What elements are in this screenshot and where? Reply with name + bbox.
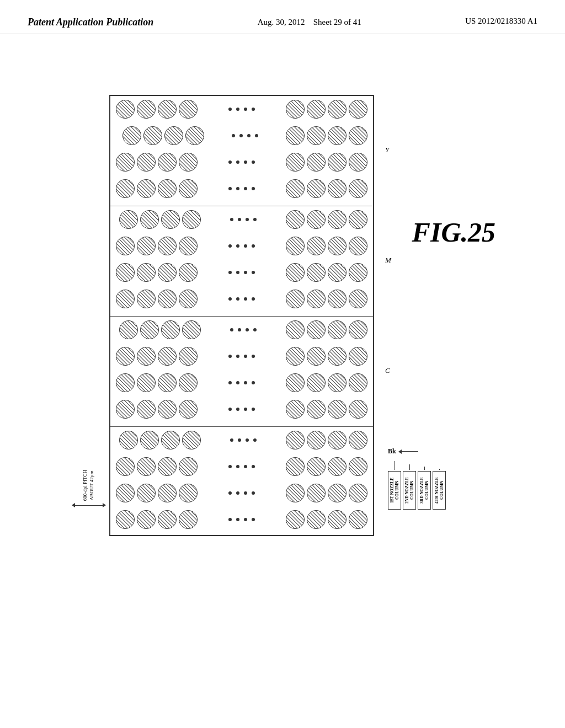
c-label-container: C bbox=[380, 315, 501, 426]
nozzle bbox=[137, 237, 156, 255]
publication-title: Patent Application Publication bbox=[28, 17, 153, 28]
nozzle-row-bk1 bbox=[110, 427, 373, 453]
nozzle-row-bk4 bbox=[110, 506, 373, 533]
nozzle bbox=[182, 431, 201, 449]
dot bbox=[253, 438, 257, 442]
sheet-info: Sheet 29 of 41 bbox=[313, 18, 361, 26]
nozzle-row-y4 bbox=[110, 175, 373, 202]
nozzle bbox=[307, 484, 326, 502]
nozzle bbox=[307, 373, 326, 392]
nozzle bbox=[116, 510, 135, 529]
dot bbox=[228, 244, 232, 248]
nozzle bbox=[158, 510, 177, 529]
nozzle bbox=[140, 320, 159, 339]
nozzle-diagram bbox=[109, 95, 374, 536]
nozzle-row-y3 bbox=[110, 149, 373, 175]
dot bbox=[246, 218, 249, 221]
dot bbox=[252, 491, 255, 495]
dot bbox=[236, 408, 239, 411]
nozzle bbox=[137, 179, 156, 198]
nozzle bbox=[158, 237, 177, 255]
nozzle bbox=[328, 347, 347, 366]
nozzle bbox=[158, 373, 177, 392]
nozzle-row-y1 bbox=[110, 96, 373, 122]
nozzle bbox=[307, 263, 326, 282]
nozzle bbox=[161, 210, 180, 229]
dot bbox=[244, 381, 247, 384]
arrow-right bbox=[103, 503, 106, 507]
dot bbox=[252, 244, 255, 248]
dot bbox=[246, 328, 249, 331]
nozzle bbox=[286, 510, 305, 529]
color-label-m: M bbox=[385, 256, 391, 265]
nozzle-row-c1 bbox=[110, 317, 373, 343]
pitch-text: 600-dpi PITCH ABOUT 42μm bbox=[82, 470, 95, 501]
dot bbox=[252, 297, 255, 301]
dot bbox=[244, 271, 247, 274]
nozzle bbox=[182, 210, 201, 229]
nozzle bbox=[307, 237, 326, 255]
nozzle bbox=[116, 484, 135, 502]
nozzle bbox=[349, 126, 367, 145]
dot bbox=[230, 438, 233, 442]
nozzle bbox=[143, 126, 162, 145]
nozzle bbox=[158, 457, 177, 476]
dot bbox=[232, 134, 235, 137]
nozzle bbox=[122, 126, 141, 145]
dot bbox=[252, 381, 255, 384]
nozzle bbox=[179, 263, 198, 282]
nozzle bbox=[328, 510, 347, 529]
nozzle bbox=[286, 431, 305, 449]
nozzle bbox=[137, 457, 156, 476]
nozzle bbox=[179, 400, 198, 419]
dot bbox=[246, 438, 249, 442]
dot bbox=[244, 491, 247, 495]
dot bbox=[255, 134, 258, 137]
pitch-arrow-container bbox=[72, 503, 106, 507]
dot bbox=[253, 328, 257, 331]
nozzle bbox=[286, 179, 305, 198]
dot bbox=[252, 408, 255, 411]
nozzle bbox=[349, 320, 367, 339]
nozzle bbox=[286, 347, 305, 366]
dot bbox=[236, 160, 239, 164]
nozzle-row-m2 bbox=[110, 233, 373, 259]
dot bbox=[244, 160, 247, 164]
nozzle bbox=[179, 484, 198, 502]
dot bbox=[238, 438, 241, 442]
dot bbox=[236, 381, 239, 384]
dot bbox=[236, 491, 239, 495]
nozzle-row-c4 bbox=[110, 396, 373, 422]
nozzle-row-y2 bbox=[110, 122, 373, 149]
nozzle bbox=[328, 100, 347, 119]
nozzle bbox=[328, 237, 347, 255]
nozzle bbox=[328, 400, 347, 419]
nozzle bbox=[161, 320, 180, 339]
nozzle bbox=[328, 457, 347, 476]
nozzle bbox=[137, 400, 156, 419]
dot bbox=[228, 491, 232, 495]
nozzle bbox=[286, 373, 305, 392]
nozzle bbox=[182, 320, 201, 339]
dot bbox=[252, 160, 255, 164]
nozzle bbox=[164, 126, 183, 145]
dot bbox=[228, 408, 232, 411]
nozzle bbox=[349, 290, 367, 308]
figure-label-text: FIG.25 bbox=[412, 217, 495, 248]
nozzle bbox=[286, 484, 305, 502]
nozzle bbox=[349, 373, 367, 392]
nozzle bbox=[349, 400, 367, 419]
nozzle bbox=[179, 100, 198, 119]
dot bbox=[244, 518, 247, 521]
nozzle-row-m3 bbox=[110, 259, 373, 286]
nozzle bbox=[179, 373, 198, 392]
dot bbox=[244, 297, 247, 301]
nozzle bbox=[119, 431, 138, 449]
nozzle bbox=[286, 400, 305, 419]
figure-area: 600-dpi PITCH ABOUT 42μm bbox=[17, 45, 548, 707]
dot bbox=[236, 518, 239, 521]
nozzle bbox=[286, 126, 305, 145]
header-info: Aug. 30, 2012 Sheet 29 of 41 bbox=[258, 17, 361, 28]
nozzle bbox=[161, 431, 180, 449]
nozzle bbox=[286, 263, 305, 282]
